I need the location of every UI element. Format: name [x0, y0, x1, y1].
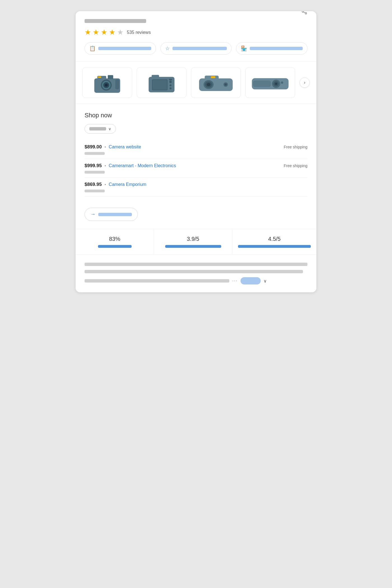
listing-dot-2: •: [104, 164, 106, 168]
svg-line-3: [304, 12, 305, 13]
listing-sub-bar-2: [85, 171, 105, 174]
listing-shipping-1: Free shipping: [284, 145, 307, 149]
svg-rect-27: [211, 76, 215, 78]
more-stores-label: [98, 213, 132, 216]
stat-value-2: 3.9/5: [160, 236, 227, 242]
camera-image-2[interactable]: [137, 67, 186, 98]
svg-point-33: [275, 83, 277, 85]
listing-sub-bar-3: [85, 190, 105, 192]
reviews-icon: ☆: [165, 45, 170, 52]
text-line-1: [85, 263, 307, 266]
svg-point-25: [207, 83, 211, 86]
stats-section: 83% 3.9/5 4.5/5: [76, 229, 316, 255]
more-stores-button[interactable]: →: [85, 208, 138, 221]
overview-label: [98, 47, 151, 50]
listing-price-2: $999.95: [85, 163, 102, 169]
star-3: ★: [101, 28, 107, 37]
camera-image-4[interactable]: [245, 67, 295, 98]
stat-value-1: 83%: [81, 236, 148, 242]
text-line-2: [85, 270, 303, 273]
reviews-button[interactable]: ☆: [160, 42, 232, 55]
svg-point-18: [169, 81, 172, 83]
next-arrow-button[interactable]: ›: [300, 78, 310, 88]
reviews-label: [172, 47, 227, 50]
listing-item-2: $999.95 • Cameramart - Modern Electronic…: [85, 159, 307, 178]
listing-store-1[interactable]: Camera website: [109, 144, 141, 150]
listing-top-3: $869.95 • Camera Emporium: [85, 182, 307, 187]
listing-price-1: $899.00: [85, 144, 102, 150]
expand-chevron-icon[interactable]: ∨: [263, 278, 267, 284]
listing-left-2: $999.95 • Cameramart - Modern Electronic…: [85, 163, 176, 169]
star-1: ★: [85, 28, 91, 37]
camera-image-1[interactable]: [82, 67, 132, 98]
listing-price-3: $869.95: [85, 182, 102, 187]
product-title-bar: [85, 19, 146, 23]
svg-point-20: [169, 87, 171, 89]
svg-rect-17: [153, 80, 167, 90]
stat-value-3: 4.5/5: [238, 236, 311, 242]
rating-section: ★ ★ ★ ★ ★ 535 reviews 📋 ☆ 🏪: [76, 11, 316, 62]
listing-item-3: $869.95 • Camera Emporium: [85, 178, 307, 197]
listing-dot-3: •: [104, 182, 106, 187]
svg-rect-15: [151, 75, 159, 78]
shop-now-title: Shop now: [85, 112, 307, 119]
listing-item-1: $899.00 • Camera website Free shipping: [85, 140, 307, 159]
svg-rect-34: [253, 81, 271, 87]
svg-point-29: [225, 83, 227, 86]
share-icon[interactable]: [301, 11, 307, 16]
chevron-down-icon: ∨: [108, 127, 111, 131]
stores-icon: 🏪: [241, 45, 247, 52]
listing-store-2[interactable]: Cameramart - Modern Electronics: [109, 163, 176, 168]
svg-rect-21: [169, 79, 172, 80]
stars-row: ★ ★ ★ ★ ★ 535 reviews: [85, 28, 307, 37]
action-buttons: 📋 ☆ 🏪: [85, 42, 307, 55]
stores-label: [250, 47, 303, 50]
text-section: ··· ∨: [76, 255, 316, 292]
stat-bar-2: [165, 245, 221, 248]
listing-dot-1: •: [104, 145, 106, 149]
shop-section: Shop now ∨ $899.00 • Camera website Free…: [76, 104, 316, 229]
stores-button[interactable]: 🏪: [236, 42, 307, 55]
more-stores-arrow-icon: →: [90, 211, 95, 217]
star-5: ★: [117, 28, 123, 37]
text-line-3: [85, 279, 229, 283]
svg-rect-7: [98, 76, 101, 78]
svg-point-12: [105, 84, 108, 87]
listing-shipping-2: Free shipping: [284, 164, 307, 168]
star-2: ★: [93, 28, 99, 37]
listing-store-3[interactable]: Camera Emporium: [109, 182, 146, 187]
stat-item-3: 4.5/5: [232, 229, 316, 255]
svg-point-35: [281, 81, 283, 84]
stat-bar-3: [238, 245, 311, 248]
camera-image-3[interactable]: [191, 67, 241, 98]
expand-row: ··· ∨: [85, 277, 307, 284]
product-card: ★ ★ ★ ★ ★ 535 reviews 📋 ☆ 🏪: [76, 11, 316, 292]
svg-point-19: [169, 84, 171, 86]
listing-left-3: $869.95 • Camera Emporium: [85, 182, 146, 187]
stat-bar-1: [98, 245, 132, 248]
stat-item-1: 83%: [76, 229, 154, 255]
listing-left-1: $899.00 • Camera website: [85, 144, 141, 150]
ellipsis: ···: [232, 278, 237, 283]
stat-item-2: 3.9/5: [154, 229, 232, 255]
overview-icon: 📋: [89, 45, 95, 52]
images-section: ›: [76, 62, 316, 104]
listing-top-1: $899.00 • Camera website Free shipping: [85, 144, 307, 150]
review-count: 535 reviews: [127, 30, 151, 35]
expand-button[interactable]: [241, 277, 261, 284]
svg-rect-8: [108, 75, 113, 79]
listing-sub-bar-1: [85, 152, 105, 155]
filter-button[interactable]: ∨: [85, 124, 116, 134]
svg-rect-13: [115, 79, 119, 89]
filter-label: [89, 127, 106, 130]
star-4: ★: [109, 28, 115, 37]
overview-button[interactable]: 📋: [85, 42, 156, 55]
listing-top-2: $999.95 • Cameramart - Modern Electronic…: [85, 163, 307, 169]
